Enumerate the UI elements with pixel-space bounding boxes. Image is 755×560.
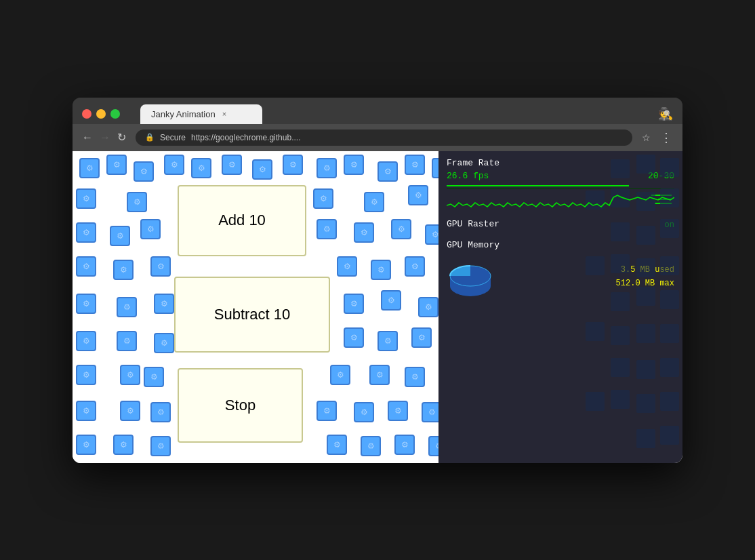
animated-square bbox=[408, 185, 428, 205]
animated-square bbox=[425, 224, 438, 245]
back-button[interactable]: ← bbox=[82, 132, 93, 144]
address-input-bar[interactable]: 🔒 Secure https://googlechrome.github.... bbox=[136, 129, 632, 146]
gpu-memory-section: GPU Memory 3.5 MB used 5 bbox=[447, 240, 674, 299]
animated-square bbox=[428, 436, 438, 456]
stop-button[interactable]: Stop bbox=[178, 368, 303, 443]
frame-rate-range: 20-30 bbox=[648, 171, 674, 181]
browser-window: Janky Animation × 🕵 ← → ↻ 🔒 Secure https… bbox=[73, 98, 682, 463]
gpu-raster-section: GPU Raster on bbox=[447, 218, 674, 233]
gpu-raster-row: GPU Raster on bbox=[447, 218, 674, 233]
animated-square bbox=[344, 294, 364, 314]
lock-icon: 🔒 bbox=[145, 133, 155, 142]
gpu-memory-used: 3.5 MB used bbox=[616, 264, 674, 277]
animated-square bbox=[418, 297, 438, 317]
animated-square bbox=[317, 219, 337, 239]
animated-square bbox=[381, 290, 401, 311]
animated-square bbox=[313, 188, 333, 209]
address-bar: ← → ↻ 🔒 Secure https://googlechrome.gith… bbox=[73, 124, 682, 151]
animated-square bbox=[391, 219, 411, 239]
more-menu-icon[interactable]: ⋮ bbox=[660, 130, 673, 145]
animated-square bbox=[76, 222, 96, 243]
traffic-lights bbox=[82, 109, 120, 119]
animated-square bbox=[140, 219, 161, 239]
animated-square bbox=[154, 333, 174, 353]
animated-square bbox=[76, 365, 96, 385]
animated-square bbox=[317, 158, 337, 178]
animated-square bbox=[150, 436, 171, 456]
forward-button[interactable]: → bbox=[100, 132, 110, 144]
subtract-10-button[interactable]: Subtract 10 bbox=[174, 277, 330, 353]
animated-square bbox=[150, 402, 171, 422]
add-10-button[interactable]: Add 10 bbox=[178, 185, 306, 256]
reload-button[interactable]: ↻ bbox=[117, 131, 126, 144]
animation-area: Add 10 Subtract 10 Stop bbox=[73, 151, 438, 463]
animated-square bbox=[388, 401, 408, 421]
animated-square bbox=[76, 188, 96, 209]
incognito-icon: 🕵 bbox=[658, 106, 673, 121]
frame-rate-bar bbox=[447, 185, 629, 186]
tab-close-button[interactable]: × bbox=[222, 110, 226, 118]
title-bar: Janky Animation × 🕵 bbox=[73, 98, 682, 124]
animated-square bbox=[113, 260, 134, 280]
gpu-memory-values: 3.5 MB used 512.0 MB max bbox=[616, 264, 674, 289]
close-traffic-light[interactable] bbox=[82, 109, 91, 119]
animated-square bbox=[106, 155, 127, 175]
url-text: https://googlechrome.github.... bbox=[191, 133, 623, 142]
animated-square bbox=[134, 161, 154, 182]
animated-square bbox=[120, 365, 140, 385]
page-content: Add 10 Subtract 10 Stop bbox=[73, 151, 682, 463]
minimize-traffic-light[interactable] bbox=[96, 109, 106, 119]
animated-square bbox=[394, 435, 415, 455]
animated-square bbox=[117, 297, 137, 317]
animated-square bbox=[120, 401, 140, 421]
animated-square bbox=[164, 155, 184, 175]
animated-square bbox=[154, 294, 174, 314]
animated-square bbox=[76, 401, 96, 421]
animated-square bbox=[76, 294, 96, 314]
animated-square bbox=[344, 327, 364, 348]
animated-square bbox=[405, 367, 425, 387]
animated-square bbox=[405, 155, 425, 175]
gpu-memory-title: GPU Memory bbox=[447, 240, 674, 250]
animated-square bbox=[327, 435, 347, 455]
animated-square bbox=[110, 226, 130, 246]
gpu-memory-pie bbox=[447, 256, 494, 299]
animated-square bbox=[150, 256, 171, 277]
bookmark-star-icon[interactable]: ☆ bbox=[642, 132, 651, 143]
gpu-memory-max: 512.0 MB max bbox=[616, 277, 674, 290]
animated-square bbox=[354, 222, 374, 243]
active-tab[interactable]: Janky Animation × bbox=[140, 104, 262, 124]
animated-square bbox=[317, 401, 337, 421]
animated-square bbox=[378, 331, 398, 351]
frame-rate-title: Frame Rate bbox=[447, 158, 674, 168]
animated-square bbox=[378, 161, 398, 182]
animated-square bbox=[127, 192, 147, 212]
secure-label: Secure bbox=[160, 133, 186, 142]
animated-square bbox=[117, 331, 137, 351]
animated-square bbox=[432, 158, 438, 178]
gpu-raster-title: GPU Raster bbox=[447, 219, 499, 229]
animated-square bbox=[344, 155, 364, 175]
animated-square bbox=[369, 365, 390, 385]
frame-rate-bar-bg bbox=[447, 188, 674, 189]
frame-rate-wave bbox=[447, 192, 674, 212]
animated-square bbox=[422, 402, 438, 422]
animated-square bbox=[371, 260, 391, 280]
animated-square bbox=[411, 327, 432, 348]
animated-square bbox=[337, 256, 357, 277]
animated-square bbox=[79, 158, 100, 178]
tab-area: Janky Animation × bbox=[140, 104, 651, 124]
nav-buttons: ← → ↻ bbox=[82, 131, 126, 144]
tab-title: Janky Animation bbox=[151, 109, 216, 119]
animated-square bbox=[283, 155, 303, 175]
animated-square bbox=[144, 367, 164, 387]
animated-square bbox=[76, 435, 96, 455]
performance-overlay: Frame Rate 26.6 fps 20-30 bbox=[438, 151, 682, 463]
animated-square bbox=[113, 435, 134, 455]
frame-rate-value: 26.6 fps bbox=[447, 171, 489, 181]
animated-square bbox=[191, 158, 211, 178]
maximize-traffic-light[interactable] bbox=[110, 109, 120, 119]
animated-square bbox=[252, 159, 272, 180]
animated-square bbox=[354, 402, 374, 422]
animated-square bbox=[76, 331, 96, 351]
